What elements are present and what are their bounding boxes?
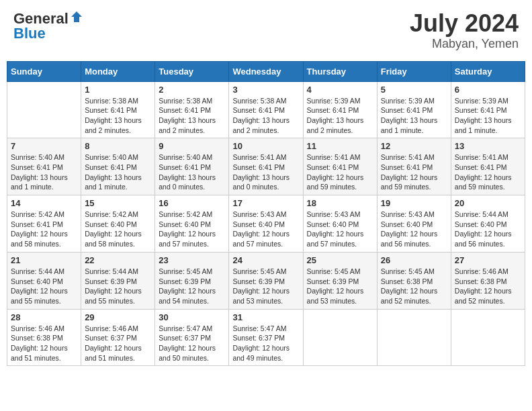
day-info: Sunrise: 5:43 AMSunset: 6:40 PMDaylight:… (232, 210, 299, 249)
day-info: Sunrise: 5:41 AMSunset: 6:41 PMDaylight:… (307, 152, 373, 192)
day-cell: 6Sunrise: 5:39 AMSunset: 6:41 PMDaylight… (451, 81, 525, 138)
day-cell: 20Sunrise: 5:44 AMSunset: 6:40 PMDayligh… (451, 195, 525, 253)
day-cell: 24Sunrise: 5:45 AMSunset: 6:39 PMDayligh… (229, 252, 303, 309)
day-info: Sunrise: 5:42 AMSunset: 6:40 PMDaylight:… (159, 210, 225, 249)
day-info: Sunrise: 5:46 AMSunset: 6:38 PMDaylight:… (11, 324, 77, 363)
day-cell: 25Sunrise: 5:45 AMSunset: 6:39 PMDayligh… (303, 252, 377, 309)
day-info: Sunrise: 5:42 AMSunset: 6:40 PMDaylight:… (85, 210, 151, 249)
day-number: 20 (455, 198, 521, 208)
logo-icon (70, 10, 83, 24)
day-info: Sunrise: 5:45 AMSunset: 6:39 PMDaylight:… (159, 267, 225, 306)
logo-blue: Blue (13, 25, 46, 42)
day-number: 13 (455, 141, 521, 151)
day-info: Sunrise: 5:45 AMSunset: 6:38 PMDaylight:… (381, 267, 447, 306)
day-info: Sunrise: 5:46 AMSunset: 6:37 PMDaylight:… (85, 324, 151, 363)
day-cell (377, 309, 451, 366)
logo: General Blue (13, 10, 83, 41)
svg-marker-0 (71, 11, 82, 22)
day-info: Sunrise: 5:39 AMSunset: 6:41 PMDaylight:… (307, 96, 373, 136)
day-info: Sunrise: 5:43 AMSunset: 6:40 PMDaylight:… (307, 210, 373, 249)
day-info: Sunrise: 5:41 AMSunset: 6:41 PMDaylight:… (232, 152, 299, 192)
day-cell: 17Sunrise: 5:43 AMSunset: 6:40 PMDayligh… (229, 195, 303, 253)
day-cell: 16Sunrise: 5:42 AMSunset: 6:40 PMDayligh… (155, 195, 229, 253)
day-info: Sunrise: 5:40 AMSunset: 6:41 PMDaylight:… (11, 152, 77, 192)
day-number: 30 (159, 312, 225, 322)
day-info: Sunrise: 5:45 AMSunset: 6:39 PMDaylight:… (307, 267, 373, 306)
day-number: 3 (232, 85, 299, 95)
day-cell: 9Sunrise: 5:40 AMSunset: 6:41 PMDaylight… (155, 138, 229, 195)
header-tuesday: Tuesday (155, 61, 229, 81)
day-cell: 27Sunrise: 5:46 AMSunset: 6:38 PMDayligh… (451, 252, 525, 309)
day-number: 11 (307, 141, 373, 151)
day-number: 14 (11, 198, 77, 208)
day-info: Sunrise: 5:47 AMSunset: 6:37 PMDaylight:… (159, 324, 225, 363)
day-number: 5 (381, 85, 447, 95)
day-cell: 2Sunrise: 5:38 AMSunset: 6:41 PMDaylight… (155, 81, 229, 138)
day-info: Sunrise: 5:47 AMSunset: 6:37 PMDaylight:… (232, 324, 299, 363)
day-info: Sunrise: 5:39 AMSunset: 6:41 PMDaylight:… (381, 96, 447, 136)
day-info: Sunrise: 5:38 AMSunset: 6:41 PMDaylight:… (159, 96, 225, 136)
day-cell: 8Sunrise: 5:40 AMSunset: 6:41 PMDaylight… (81, 138, 155, 195)
day-cell: 3Sunrise: 5:38 AMSunset: 6:41 PMDaylight… (229, 81, 303, 138)
day-cell: 23Sunrise: 5:45 AMSunset: 6:39 PMDayligh… (155, 252, 229, 309)
day-number: 18 (307, 198, 373, 208)
day-info: Sunrise: 5:38 AMSunset: 6:41 PMDaylight:… (232, 96, 299, 136)
header-saturday: Saturday (451, 61, 525, 81)
day-cell: 10Sunrise: 5:41 AMSunset: 6:41 PMDayligh… (229, 138, 303, 195)
calendar-table: SundayMondayTuesdayWednesdayThursdayFrid… (7, 61, 525, 367)
day-number: 29 (85, 312, 151, 322)
day-number: 12 (381, 141, 447, 151)
day-info: Sunrise: 5:44 AMSunset: 6:40 PMDaylight:… (455, 210, 521, 249)
week-row-1: 1Sunrise: 5:38 AMSunset: 6:41 PMDaylight… (7, 81, 525, 138)
week-row-4: 21Sunrise: 5:44 AMSunset: 6:40 PMDayligh… (7, 252, 525, 309)
day-cell: 30Sunrise: 5:47 AMSunset: 6:37 PMDayligh… (155, 309, 229, 366)
day-cell: 15Sunrise: 5:42 AMSunset: 6:40 PMDayligh… (81, 195, 155, 253)
day-number: 22 (85, 255, 151, 265)
header-friday: Friday (377, 61, 451, 81)
day-number: 28 (11, 312, 77, 322)
day-number: 10 (232, 141, 299, 151)
header-wednesday: Wednesday (229, 61, 303, 81)
day-info: Sunrise: 5:44 AMSunset: 6:40 PMDaylight:… (11, 267, 77, 306)
header-thursday: Thursday (303, 61, 377, 81)
header-monday: Monday (81, 61, 155, 81)
title-block: July 2024 Mabyan, Yemen (410, 10, 519, 51)
day-number: 17 (232, 198, 299, 208)
day-info: Sunrise: 5:40 AMSunset: 6:41 PMDaylight:… (159, 152, 225, 192)
day-info: Sunrise: 5:45 AMSunset: 6:39 PMDaylight:… (232, 267, 299, 306)
day-cell: 22Sunrise: 5:44 AMSunset: 6:39 PMDayligh… (81, 252, 155, 309)
day-info: Sunrise: 5:39 AMSunset: 6:41 PMDaylight:… (455, 96, 521, 136)
week-row-2: 7Sunrise: 5:40 AMSunset: 6:41 PMDaylight… (7, 138, 525, 195)
day-cell: 1Sunrise: 5:38 AMSunset: 6:41 PMDaylight… (81, 81, 155, 138)
day-number: 15 (85, 198, 151, 208)
day-cell: 19Sunrise: 5:43 AMSunset: 6:40 PMDayligh… (377, 195, 451, 253)
day-cell: 5Sunrise: 5:39 AMSunset: 6:41 PMDaylight… (377, 81, 451, 138)
week-row-5: 28Sunrise: 5:46 AMSunset: 6:38 PMDayligh… (7, 309, 525, 366)
day-number: 9 (159, 141, 225, 151)
calendar-title: July 2024 (410, 10, 519, 37)
week-row-3: 14Sunrise: 5:42 AMSunset: 6:41 PMDayligh… (7, 195, 525, 253)
day-cell: 4Sunrise: 5:39 AMSunset: 6:41 PMDaylight… (303, 81, 377, 138)
day-cell: 28Sunrise: 5:46 AMSunset: 6:38 PMDayligh… (7, 309, 81, 366)
day-number: 25 (307, 255, 373, 265)
day-number: 4 (307, 85, 373, 95)
day-info: Sunrise: 5:40 AMSunset: 6:41 PMDaylight:… (85, 152, 151, 192)
day-info: Sunrise: 5:42 AMSunset: 6:41 PMDaylight:… (11, 210, 77, 249)
day-number: 16 (159, 198, 225, 208)
day-cell: 7Sunrise: 5:40 AMSunset: 6:41 PMDaylight… (7, 138, 81, 195)
day-number: 8 (85, 141, 151, 151)
day-cell: 14Sunrise: 5:42 AMSunset: 6:41 PMDayligh… (7, 195, 81, 253)
day-cell (303, 309, 377, 366)
day-info: Sunrise: 5:41 AMSunset: 6:41 PMDaylight:… (455, 152, 521, 192)
page-header: General Blue July 2024 Mabyan, Yemen (7, 7, 525, 54)
day-number: 6 (455, 85, 521, 95)
day-info: Sunrise: 5:44 AMSunset: 6:39 PMDaylight:… (85, 267, 151, 306)
day-number: 7 (11, 141, 77, 151)
day-info: Sunrise: 5:43 AMSunset: 6:40 PMDaylight:… (381, 210, 447, 249)
day-number: 21 (11, 255, 77, 265)
calendar-location: Mabyan, Yemen (410, 37, 519, 51)
day-cell: 29Sunrise: 5:46 AMSunset: 6:37 PMDayligh… (81, 309, 155, 366)
day-info: Sunrise: 5:46 AMSunset: 6:38 PMDaylight:… (455, 267, 521, 306)
day-number: 1 (85, 85, 151, 95)
day-number: 24 (232, 255, 299, 265)
